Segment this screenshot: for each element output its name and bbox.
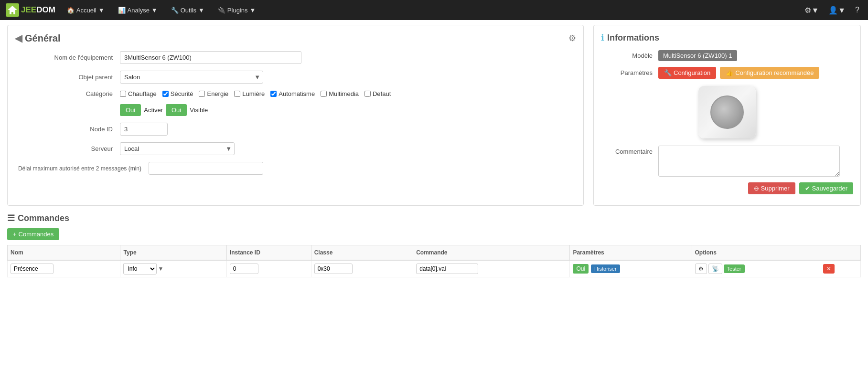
visible-label: Visible [190,106,208,114]
col-options: Options [692,245,820,261]
nav-accueil-label: Accueil [76,7,96,14]
nav-accueil[interactable]: 🏠 Accueil ▼ [61,3,110,18]
device-circle [710,95,744,129]
commande-input[interactable] [416,264,478,274]
commentaire-textarea[interactable] [658,146,840,177]
help-icon[interactable]: ? [852,4,862,16]
cat-energie[interactable]: Energie [199,90,228,97]
col-instance-id: Instance ID [226,245,311,261]
serveur-select[interactable]: Local [120,142,235,155]
node-id-input[interactable] [120,123,168,136]
serveur-label: Serveur [15,145,120,152]
cat-chauffage[interactable]: Chauffage [120,90,157,97]
type-select[interactable]: Info Action [123,263,157,274]
rss-btn[interactable]: 📡 [708,264,722,274]
col-nom: Nom [8,245,120,261]
cat-defaut-cb[interactable] [364,91,371,97]
commandes-header: ☰ Commandes [7,213,861,223]
general-title: ◀ Général [15,32,60,44]
equipment-name-row: Nom de l'équipement [15,51,576,64]
node-id-label: Node ID [15,126,120,133]
home-icon: 🏠 [67,7,75,14]
toggle-group: Oui Activer Oui Visible [120,104,208,116]
nav-outils[interactable]: 🔧 Outils ▼ [165,3,210,18]
cell-type: Info Action ▼ [120,260,226,277]
navbar-right: ⚙▼ 👤▼ ? [802,4,862,17]
config-rec-btn[interactable]: 👍 Configuration recommandée [720,67,819,79]
cat-defaut[interactable]: Defaut [364,90,391,97]
delai-input[interactable] [149,162,263,175]
general-panel: ◀ Général ⚙ Nom de l'équipement Objet pa… [7,25,584,206]
cell-options: ⚙ 📡 Tester [692,260,820,277]
config-btn[interactable]: 🔧 Configuration [658,67,716,79]
serveur-select-wrapper: Local ▼ [120,142,235,155]
category-row: Catégorie Chauffage Sécurité Energie Lum… [15,90,576,97]
equipment-name-input[interactable] [120,51,301,64]
cat-lumiere-cb[interactable] [234,91,240,97]
add-commandes-label: Commandes [19,231,54,238]
general-gear-icon[interactable]: ⚙ [568,33,576,43]
cat-automatisme-cb[interactable] [270,91,277,97]
cat-multimedia[interactable]: Multimedia [321,90,359,97]
historiser-btn[interactable]: Historiser [591,264,620,273]
cell-instance-id [226,260,311,277]
cell-classe [311,260,413,277]
cat-energie-cb[interactable] [199,91,205,97]
settings-icon[interactable]: ⚙▼ [802,4,822,17]
nav-outils-label: Outils [181,7,196,14]
minus-supprimer-icon: ⊖ [754,185,759,192]
parametres-buttons: 🔧 Configuration 👍 Configuration recomman… [658,67,819,79]
cell-nom [8,260,120,277]
delai-label: Délai maximum autorisé entre 2 messages … [15,165,149,172]
commandes-table: Nom Type Instance ID Classe Commande Par… [7,245,861,277]
commandes-title: ☰ Commandes [7,213,69,223]
cat-lumiere[interactable]: Lumière [234,90,265,97]
category-label: Catégorie [15,90,120,97]
commentaire-label: Commentaire [601,146,658,155]
tester-btn[interactable]: Tester [724,264,745,273]
gear-options-btn[interactable]: ⚙ [695,264,707,274]
info-panel-header: ℹ Informations [601,32,853,43]
cat-automatisme[interactable]: Automatisme [270,90,315,97]
thumbs-up-icon: 👍 [726,69,733,76]
classe-input[interactable] [314,264,353,274]
cat-multimedia-cb[interactable] [321,91,327,97]
delete-row-btn[interactable]: ✕ [823,264,835,274]
nom-input[interactable] [11,264,54,274]
oui-badge: Oui [573,264,589,274]
sauvegarder-label: Sauvegarder [812,185,847,192]
brand-dom: DOM [36,5,55,15]
serveur-row: Serveur Local ▼ [15,142,576,155]
main-content: ◀ Général ⚙ Nom de l'équipement Objet pa… [0,20,868,380]
cat-securite[interactable]: Sécurité [162,90,193,97]
nav-analyse[interactable]: 📊 Analyse ▼ [112,3,163,18]
parent-object-select[interactable]: Salon [120,71,263,84]
nav-analyse-chevron: ▼ [151,7,158,14]
info-circle-icon: ℹ [601,32,604,43]
general-panel-header: ◀ Général ⚙ [15,32,576,44]
navbar-left: JEEDOM 🏠 Accueil ▼ 📊 Analyse ▼ 🔧 Outils … [6,3,261,18]
modele-row: Modèle MultiSensor 6 (ZW100) 1 [601,50,853,61]
top-section: ◀ Général ⚙ Nom de l'équipement Objet pa… [7,25,861,206]
table-header-row: Nom Type Instance ID Classe Commande Par… [8,245,861,261]
col-commande: Commande [413,245,570,261]
add-commandes-btn[interactable]: + Commandes [7,228,59,240]
supprimer-label: Supprimer [761,185,790,192]
nav-accueil-chevron: ▼ [98,7,105,14]
instance-id-input[interactable] [230,264,258,274]
wrench-config-icon: 🔧 [664,69,672,76]
activer-row: Oui Activer Oui Visible [15,104,576,116]
info-panel: ℹ Informations Modèle MultiSensor 6 (ZW1… [593,25,861,206]
supprimer-btn[interactable]: ⊖ Supprimer [748,182,795,194]
user-icon[interactable]: 👤▼ [825,4,848,17]
col-parametres: Paramètres [570,245,692,261]
sauvegarder-btn[interactable]: ✔ Sauvegarder [799,182,853,194]
nav-plugins[interactable]: 🔌 Plugins ▼ [212,3,262,18]
table-row: Info Action ▼ [8,260,861,277]
oui-visible-btn[interactable]: Oui [166,104,187,116]
commentaire-row: Commentaire [601,146,853,177]
cat-chauffage-cb[interactable] [120,91,126,97]
oui-activer-btn[interactable]: Oui [120,104,141,116]
parent-object-label: Objet parent [15,74,120,81]
cat-securite-cb[interactable] [162,91,169,97]
